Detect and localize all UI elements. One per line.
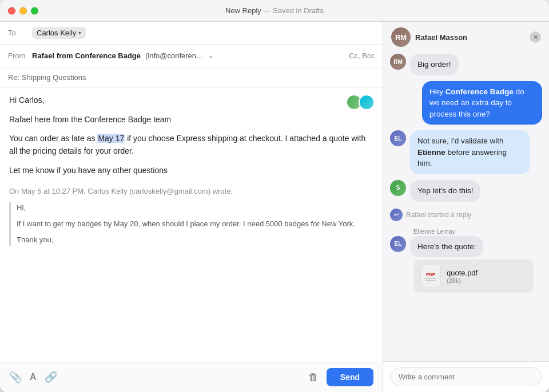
- message-bubble: Big order!: [410, 54, 459, 75]
- system-icon: ↩: [390, 209, 403, 221]
- chat-user-avatar: RM: [391, 27, 411, 47]
- sender-label: Etienne Lemay: [413, 228, 542, 235]
- body-date: May 17: [97, 134, 125, 143]
- from-email: (info@conferen...: [145, 51, 202, 60]
- comment-input[interactable]: [390, 367, 542, 386]
- avatar: RM: [390, 54, 406, 70]
- chat-header: RM Rafael Masson ✕: [383, 22, 549, 50]
- file-bubble[interactable]: PDF quote.pdf (28k): [413, 259, 534, 293]
- message-bubble-yep: Yep let's do this!: [410, 180, 480, 202]
- message-row-me: Hey Conference Badge do we need an extra…: [390, 81, 542, 125]
- chat-user-name: Rafael Masson: [415, 33, 467, 42]
- file-name: quote.pdf: [447, 269, 478, 277]
- quote-line-1: Hi,: [17, 202, 373, 214]
- minimize-button[interactable]: [19, 7, 27, 14]
- message-row: RM Big order!: [390, 54, 542, 75]
- title-subtitle: — Saved in Drafts: [263, 6, 324, 15]
- send-button[interactable]: Send: [327, 368, 373, 386]
- from-row: From Rafael from Conference Badge (info@…: [0, 45, 383, 67]
- subject-row: Re: Shipping Questions: [0, 67, 383, 87]
- message-group-quote: Etienne Lemay EL Here's the quote: PDF: [390, 228, 542, 293]
- email-body-content: Hi Carlos, Rafael here from the Conferen…: [9, 94, 373, 177]
- subject-text: Re: Shipping Questions: [8, 73, 86, 82]
- avatar-etienne: EL: [390, 130, 406, 146]
- message-row-etienne: EL Not sure, I'd validate with Etienne b…: [390, 130, 542, 174]
- quoted-text: On May 5 at 10:27 PM, Carlos Kelly (carl…: [9, 186, 373, 246]
- attachment-icon[interactable]: 📎: [9, 371, 22, 383]
- to-row: To Carlos Kelly ▾: [0, 22, 383, 45]
- system-text: Rafael started a reply: [406, 211, 471, 219]
- to-label: To: [8, 29, 32, 37]
- body-main: You can order as late as May 17 if you c…: [9, 133, 373, 157]
- from-field: Rafael from Conference Badge (info@confe…: [32, 51, 349, 60]
- avatar-green: S: [390, 180, 406, 196]
- compose-toolbar: 📎 A 🔗 🗑 Send: [0, 362, 383, 392]
- quote-line-3: Thank you,: [17, 234, 373, 246]
- recipient-chip[interactable]: Carlos Kelly ▾: [32, 27, 86, 39]
- file-info: quote.pdf (28k): [447, 269, 478, 284]
- avatar-teal: [359, 94, 375, 110]
- chat-input-area: [383, 361, 549, 392]
- recipient-chevron-icon: ▾: [78, 30, 81, 36]
- from-dropdown-icon[interactable]: ⌄: [208, 52, 213, 59]
- maximize-button[interactable]: [31, 7, 38, 14]
- window-title: New Reply — Saved in Drafts: [225, 6, 324, 15]
- body-intro: Rafael here from the Conference Badge te…: [9, 114, 373, 126]
- traffic-lights: [8, 7, 38, 14]
- file-size: (28k): [447, 277, 478, 284]
- compose-window: New Reply — Saved in Drafts To Carlos Ke…: [0, 0, 549, 392]
- avatar-etienne2: EL: [390, 236, 406, 252]
- compose-body[interactable]: Hi Carlos, Rafael here from the Conferen…: [0, 87, 383, 362]
- recipient-name: Carlos Kelly: [37, 29, 76, 37]
- message-row-quote: EL Here's the quote:: [390, 236, 542, 258]
- from-name: Rafael from Conference Badge: [32, 51, 141, 60]
- chat-messages: RM Big order! Hey Conference Badge do we…: [383, 50, 549, 361]
- link-icon[interactable]: 🔗: [45, 371, 57, 383]
- quote-line-2: If I want to get my badges by May 20, wh…: [17, 218, 373, 230]
- body-greeting: Hi Carlos,: [9, 94, 373, 107]
- pdf-icon: PDF: [420, 265, 441, 287]
- trash-icon[interactable]: 🗑: [308, 371, 319, 383]
- message-bubble-quote: Here's the quote:: [410, 236, 483, 258]
- quote-body: Hi, If I want to get my badges by May 20…: [9, 202, 373, 246]
- message-bubble-lightblue: Not sure, I'd validate with Etienne befo…: [410, 130, 530, 174]
- message-bubble-blue: Hey Conference Badge do we need an extra…: [422, 81, 542, 125]
- chat-panel: RM Rafael Masson ✕ RM Big order! Hey Con…: [383, 22, 549, 392]
- body-closing: Let me know if you have any other questi…: [9, 165, 373, 177]
- quote-header: On May 5 at 10:27 PM, Carlos Kelly (carl…: [9, 186, 373, 197]
- system-message: ↩ Rafael started a reply: [390, 207, 542, 222]
- chat-close-button[interactable]: ✕: [530, 31, 541, 43]
- cc-bcc-button[interactable]: Cc, Bcc: [349, 51, 375, 60]
- avatar-group: [346, 94, 375, 110]
- from-label: From: [8, 51, 32, 60]
- body-pre-date: You can order as late as: [9, 134, 97, 143]
- font-icon[interactable]: A: [30, 372, 37, 382]
- title-main: New Reply: [225, 6, 261, 15]
- chat-header-left: RM Rafael Masson: [391, 27, 467, 47]
- title-bar: New Reply — Saved in Drafts: [0, 0, 549, 22]
- close-button[interactable]: [8, 7, 15, 14]
- compose-area: To Carlos Kelly ▾ From Rafael from Confe…: [0, 22, 383, 392]
- main-layout: To Carlos Kelly ▾ From Rafael from Confe…: [0, 22, 549, 392]
- message-row-yep: S Yep let's do this!: [390, 180, 542, 202]
